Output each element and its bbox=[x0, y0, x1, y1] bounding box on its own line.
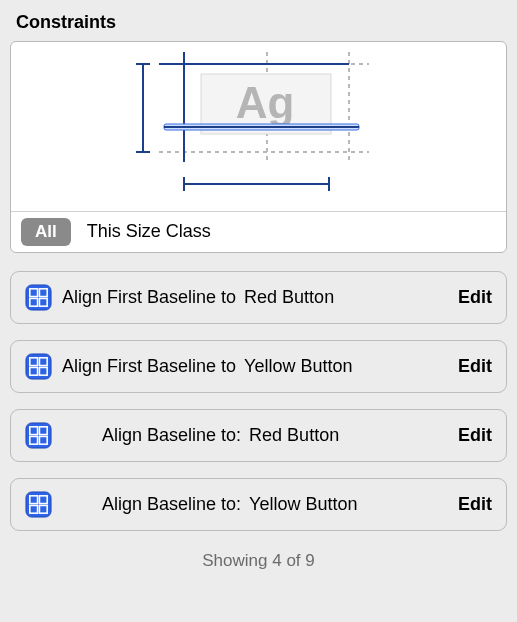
constraints-preview-panel: Ag All This Size Class bbox=[10, 41, 507, 253]
constraint-icon bbox=[25, 284, 52, 311]
preview-glyph: Ag bbox=[235, 78, 294, 127]
edit-button[interactable]: Edit bbox=[458, 287, 492, 308]
constraint-target[interactable]: Red Button bbox=[244, 287, 334, 308]
constraint-row[interactable]: Align Baseline to: Red Button Edit bbox=[10, 409, 507, 462]
constraint-row[interactable]: Align First Baseline to Red Button Edit bbox=[10, 271, 507, 324]
edit-button[interactable]: Edit bbox=[458, 356, 492, 377]
section-title: Constraints bbox=[16, 12, 507, 33]
constraint-target[interactable]: Yellow Button bbox=[244, 356, 352, 377]
constraint-icon bbox=[25, 491, 52, 518]
scope-all-pill[interactable]: All bbox=[21, 218, 71, 246]
edit-button[interactable]: Edit bbox=[458, 494, 492, 515]
constraint-icon bbox=[25, 353, 52, 380]
constraint-row[interactable]: Align Baseline to: Yellow Button Edit bbox=[10, 478, 507, 531]
constraint-preview[interactable]: Ag bbox=[11, 42, 506, 212]
constraint-icon bbox=[25, 422, 52, 449]
constraint-list: Align First Baseline to Red Button Edit … bbox=[10, 271, 507, 531]
constraint-diagram: Ag bbox=[129, 52, 389, 202]
constraint-row[interactable]: Align First Baseline to Yellow Button Ed… bbox=[10, 340, 507, 393]
edit-button[interactable]: Edit bbox=[458, 425, 492, 446]
constraint-target[interactable]: Red Button bbox=[249, 425, 339, 446]
constraint-relation: Align First Baseline to bbox=[62, 287, 236, 308]
showing-count: Showing 4 of 9 bbox=[10, 551, 507, 571]
constraint-relation: Align Baseline to: bbox=[102, 425, 241, 446]
constraint-relation: Align First Baseline to bbox=[62, 356, 236, 377]
scope-filter: All This Size Class bbox=[11, 212, 506, 252]
scope-this-size-class[interactable]: This Size Class bbox=[87, 221, 211, 242]
constraint-target[interactable]: Yellow Button bbox=[249, 494, 357, 515]
constraint-relation: Align Baseline to: bbox=[102, 494, 241, 515]
